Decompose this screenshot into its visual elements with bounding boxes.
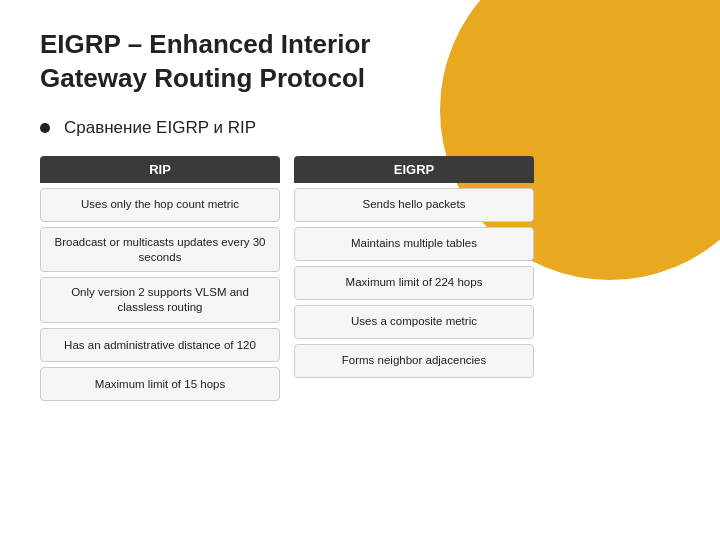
eigrp-cell-1: Sends hello packets [294, 188, 534, 222]
rip-cells: Uses only the hop count metric Broadcast… [40, 188, 280, 402]
rip-cell-5: Maximum limit of 15 hops [40, 367, 280, 401]
eigrp-cell-3: Maximum limit of 224 hops [294, 266, 534, 300]
main-content: EIGRP – Enhanced Interior Gateway Routin… [0, 0, 720, 421]
bullet-icon [40, 123, 50, 133]
eigrp-column: EIGRP Sends hello packets Maintains mult… [294, 156, 534, 402]
rip-cell-3: Only version 2 supports VLSM and classle… [40, 277, 280, 323]
eigrp-cells: Sends hello packets Maintains multiple t… [294, 188, 534, 378]
subtitle: Сравнение EIGRP и RIP [40, 118, 680, 138]
page-title: EIGRP – Enhanced Interior Gateway Routin… [40, 28, 460, 96]
eigrp-cell-5: Forms neighbor adjacencies [294, 344, 534, 378]
eigrp-header: EIGRP [294, 156, 534, 183]
rip-cell-2: Broadcast or multicasts updates every 30… [40, 227, 280, 273]
eigrp-cell-2: Maintains multiple tables [294, 227, 534, 261]
rip-column: RIP Uses only the hop count metric Broad… [40, 156, 280, 402]
comparison-table: RIP Uses only the hop count metric Broad… [40, 156, 680, 402]
rip-header: RIP [40, 156, 280, 183]
rip-cell-1: Uses only the hop count metric [40, 188, 280, 222]
rip-cell-4: Has an administrative distance of 120 [40, 328, 280, 362]
eigrp-cell-4: Uses a composite metric [294, 305, 534, 339]
